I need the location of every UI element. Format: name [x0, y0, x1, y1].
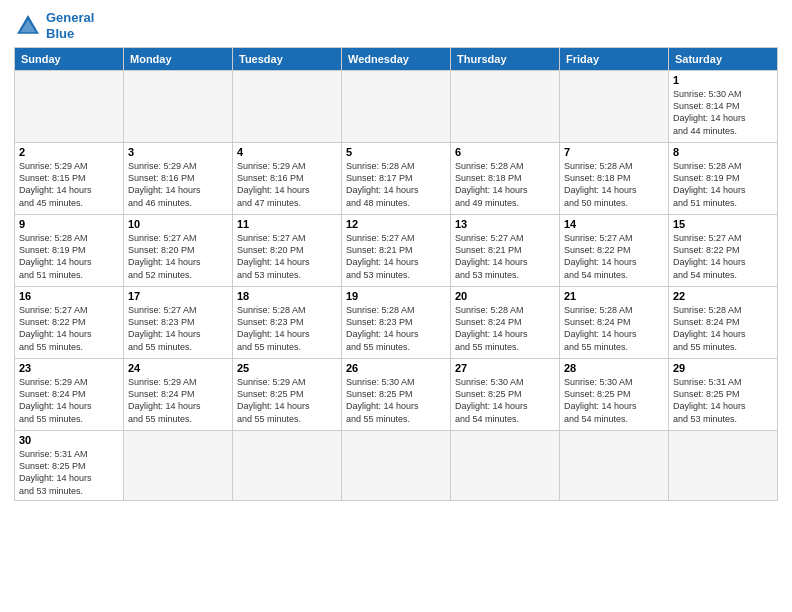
day-number: 18 [237, 290, 337, 302]
logo: General Blue [14, 10, 94, 41]
calendar-cell: 14Sunrise: 5:27 AMSunset: 8:22 PMDayligh… [560, 215, 669, 287]
calendar-table: SundayMondayTuesdayWednesdayThursdayFrid… [14, 47, 778, 501]
calendar-cell: 28Sunrise: 5:30 AMSunset: 8:25 PMDayligh… [560, 359, 669, 431]
day-info: Sunrise: 5:29 AMSunset: 8:16 PMDaylight:… [237, 160, 337, 209]
day-info: Sunrise: 5:27 AMSunset: 8:22 PMDaylight:… [19, 304, 119, 353]
weekday-header-saturday: Saturday [669, 48, 778, 71]
day-number: 25 [237, 362, 337, 374]
calendar-cell: 2Sunrise: 5:29 AMSunset: 8:15 PMDaylight… [15, 143, 124, 215]
calendar-cell [124, 71, 233, 143]
calendar-cell: 21Sunrise: 5:28 AMSunset: 8:24 PMDayligh… [560, 287, 669, 359]
day-number: 22 [673, 290, 773, 302]
day-number: 7 [564, 146, 664, 158]
weekday-header-monday: Monday [124, 48, 233, 71]
day-info: Sunrise: 5:31 AMSunset: 8:25 PMDaylight:… [673, 376, 773, 425]
day-info: Sunrise: 5:28 AMSunset: 8:18 PMDaylight:… [455, 160, 555, 209]
calendar-cell [233, 71, 342, 143]
weekday-header-sunday: Sunday [15, 48, 124, 71]
logo-icon [14, 12, 42, 40]
weekday-header-thursday: Thursday [451, 48, 560, 71]
weekday-header-tuesday: Tuesday [233, 48, 342, 71]
weekday-header-row: SundayMondayTuesdayWednesdayThursdayFrid… [15, 48, 778, 71]
day-info: Sunrise: 5:28 AMSunset: 8:19 PMDaylight:… [673, 160, 773, 209]
day-info: Sunrise: 5:29 AMSunset: 8:16 PMDaylight:… [128, 160, 228, 209]
weekday-header-friday: Friday [560, 48, 669, 71]
calendar-cell: 29Sunrise: 5:31 AMSunset: 8:25 PMDayligh… [669, 359, 778, 431]
day-number: 20 [455, 290, 555, 302]
day-number: 17 [128, 290, 228, 302]
calendar-cell [15, 71, 124, 143]
week-row-1: 1Sunrise: 5:30 AMSunset: 8:14 PMDaylight… [15, 71, 778, 143]
calendar-cell: 10Sunrise: 5:27 AMSunset: 8:20 PMDayligh… [124, 215, 233, 287]
day-info: Sunrise: 5:27 AMSunset: 8:21 PMDaylight:… [455, 232, 555, 281]
week-row-4: 16Sunrise: 5:27 AMSunset: 8:22 PMDayligh… [15, 287, 778, 359]
day-number: 28 [564, 362, 664, 374]
day-info: Sunrise: 5:27 AMSunset: 8:22 PMDaylight:… [564, 232, 664, 281]
day-info: Sunrise: 5:28 AMSunset: 8:17 PMDaylight:… [346, 160, 446, 209]
day-number: 6 [455, 146, 555, 158]
calendar-cell [124, 431, 233, 501]
logo-text: General Blue [46, 10, 94, 41]
header: General Blue [14, 10, 778, 41]
calendar-cell [560, 431, 669, 501]
calendar-cell: 16Sunrise: 5:27 AMSunset: 8:22 PMDayligh… [15, 287, 124, 359]
calendar-cell: 4Sunrise: 5:29 AMSunset: 8:16 PMDaylight… [233, 143, 342, 215]
page: General Blue SundayMondayTuesdayWednesda… [0, 0, 792, 511]
day-info: Sunrise: 5:29 AMSunset: 8:24 PMDaylight:… [19, 376, 119, 425]
day-number: 8 [673, 146, 773, 158]
day-number: 26 [346, 362, 446, 374]
day-number: 3 [128, 146, 228, 158]
day-number: 1 [673, 74, 773, 86]
day-info: Sunrise: 5:28 AMSunset: 8:18 PMDaylight:… [564, 160, 664, 209]
calendar-cell: 18Sunrise: 5:28 AMSunset: 8:23 PMDayligh… [233, 287, 342, 359]
day-info: Sunrise: 5:28 AMSunset: 8:23 PMDaylight:… [346, 304, 446, 353]
day-info: Sunrise: 5:27 AMSunset: 8:20 PMDaylight:… [128, 232, 228, 281]
calendar-cell: 24Sunrise: 5:29 AMSunset: 8:24 PMDayligh… [124, 359, 233, 431]
day-info: Sunrise: 5:30 AMSunset: 8:25 PMDaylight:… [455, 376, 555, 425]
calendar-cell: 7Sunrise: 5:28 AMSunset: 8:18 PMDaylight… [560, 143, 669, 215]
day-number: 30 [19, 434, 119, 446]
day-number: 16 [19, 290, 119, 302]
calendar-cell: 22Sunrise: 5:28 AMSunset: 8:24 PMDayligh… [669, 287, 778, 359]
day-info: Sunrise: 5:28 AMSunset: 8:24 PMDaylight:… [673, 304, 773, 353]
calendar-cell [342, 71, 451, 143]
calendar-cell: 25Sunrise: 5:29 AMSunset: 8:25 PMDayligh… [233, 359, 342, 431]
calendar-cell: 15Sunrise: 5:27 AMSunset: 8:22 PMDayligh… [669, 215, 778, 287]
day-info: Sunrise: 5:27 AMSunset: 8:23 PMDaylight:… [128, 304, 228, 353]
day-info: Sunrise: 5:27 AMSunset: 8:22 PMDaylight:… [673, 232, 773, 281]
calendar-cell [669, 431, 778, 501]
day-number: 15 [673, 218, 773, 230]
day-info: Sunrise: 5:27 AMSunset: 8:21 PMDaylight:… [346, 232, 446, 281]
week-row-5: 23Sunrise: 5:29 AMSunset: 8:24 PMDayligh… [15, 359, 778, 431]
day-number: 14 [564, 218, 664, 230]
day-number: 23 [19, 362, 119, 374]
calendar-cell: 13Sunrise: 5:27 AMSunset: 8:21 PMDayligh… [451, 215, 560, 287]
week-row-2: 2Sunrise: 5:29 AMSunset: 8:15 PMDaylight… [15, 143, 778, 215]
day-number: 13 [455, 218, 555, 230]
day-info: Sunrise: 5:30 AMSunset: 8:25 PMDaylight:… [346, 376, 446, 425]
calendar-cell [451, 431, 560, 501]
calendar-cell: 5Sunrise: 5:28 AMSunset: 8:17 PMDaylight… [342, 143, 451, 215]
day-number: 21 [564, 290, 664, 302]
day-info: Sunrise: 5:31 AMSunset: 8:25 PMDaylight:… [19, 448, 119, 497]
calendar-cell [451, 71, 560, 143]
weekday-header-wednesday: Wednesday [342, 48, 451, 71]
day-info: Sunrise: 5:28 AMSunset: 8:24 PMDaylight:… [455, 304, 555, 353]
day-number: 11 [237, 218, 337, 230]
day-info: Sunrise: 5:28 AMSunset: 8:19 PMDaylight:… [19, 232, 119, 281]
calendar-cell: 12Sunrise: 5:27 AMSunset: 8:21 PMDayligh… [342, 215, 451, 287]
calendar-cell: 11Sunrise: 5:27 AMSunset: 8:20 PMDayligh… [233, 215, 342, 287]
day-info: Sunrise: 5:29 AMSunset: 8:25 PMDaylight:… [237, 376, 337, 425]
day-number: 29 [673, 362, 773, 374]
calendar-cell [233, 431, 342, 501]
day-info: Sunrise: 5:30 AMSunset: 8:14 PMDaylight:… [673, 88, 773, 137]
calendar-cell: 27Sunrise: 5:30 AMSunset: 8:25 PMDayligh… [451, 359, 560, 431]
calendar-cell: 20Sunrise: 5:28 AMSunset: 8:24 PMDayligh… [451, 287, 560, 359]
day-info: Sunrise: 5:29 AMSunset: 8:24 PMDaylight:… [128, 376, 228, 425]
day-info: Sunrise: 5:30 AMSunset: 8:25 PMDaylight:… [564, 376, 664, 425]
calendar-cell [342, 431, 451, 501]
day-number: 27 [455, 362, 555, 374]
calendar-cell: 9Sunrise: 5:28 AMSunset: 8:19 PMDaylight… [15, 215, 124, 287]
day-number: 2 [19, 146, 119, 158]
calendar-cell: 6Sunrise: 5:28 AMSunset: 8:18 PMDaylight… [451, 143, 560, 215]
